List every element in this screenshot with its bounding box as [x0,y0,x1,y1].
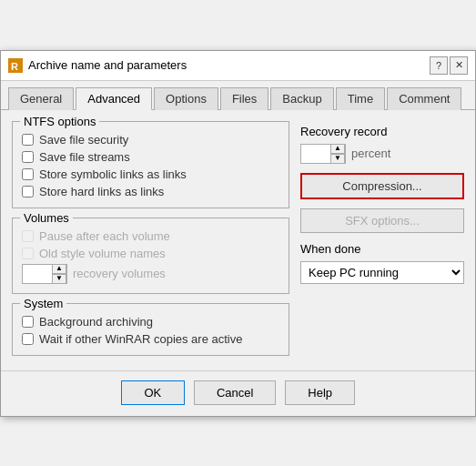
wait-winrar-label: Wait if other WinRAR copies are active [39,332,242,346]
tab-time[interactable]: Time [336,87,385,110]
ntfs-group-title: NTFS options [20,115,99,128]
title-bar-controls: ? ✕ [430,56,468,75]
background-archiving-label: Background archiving [39,315,153,329]
tab-options[interactable]: Options [154,87,218,110]
recovery-spinner-up[interactable]: ▲ [330,144,345,154]
ok-button[interactable]: OK [121,380,185,405]
save-file-security-label: Save file security [39,133,128,147]
when-done-select[interactable]: Keep PC running Sleep Hibernate Shutdown [300,261,464,284]
volumes-group-title: Volumes [20,211,73,225]
cancel-button[interactable]: Cancel [194,380,276,405]
pause-after-volume-label: Pause after each volume [39,229,170,243]
store-symlinks-row: Store symbolic links as links [22,167,279,181]
right-panel: Recovery record 3 ▲ ▼ percent Compressio… [300,121,464,356]
store-hardlinks-label: Store hard links as links [39,185,164,198]
background-archiving-checkbox[interactable] [22,316,34,328]
tab-backup[interactable]: Backup [270,87,333,110]
when-done-section: When done Keep PC running Sleep Hibernat… [300,242,464,284]
volumes-content: Pause after each volume Old style volume… [22,229,279,284]
pause-after-volume-checkbox[interactable] [22,230,34,242]
left-panel: NTFS options Save file security Save fil… [12,121,289,356]
spinner-down[interactable]: ▼ [52,274,66,284]
ntfs-group: NTFS options Save file security Save fil… [12,121,289,208]
sfx-options-button[interactable]: SFX options... [300,208,464,233]
store-hardlinks-row: Store hard links as links [22,185,279,198]
store-symlinks-label: Store symbolic links as links [39,167,187,181]
help-button[interactable]: ? [430,56,448,75]
recovery-volumes-label: recovery volumes [73,267,166,280]
save-file-security-checkbox[interactable] [22,134,34,146]
compression-button[interactable]: Compression... [300,173,464,199]
system-group: System Background archiving Wait if othe… [12,303,289,356]
recovery-volumes-input[interactable]: 0 [23,265,52,283]
close-button[interactable]: ✕ [450,56,468,75]
recovery-record-section: Recovery record 3 ▲ ▼ percent [300,125,464,164]
tab-files[interactable]: Files [220,87,268,110]
svg-text:R: R [11,61,18,72]
dialog-window: R Archive name and parameters ? ✕ Genera… [0,50,476,417]
old-style-names-checkbox[interactable] [22,248,34,259]
spinner-up[interactable]: ▲ [52,264,66,274]
wait-winrar-row: Wait if other WinRAR copies are active [22,332,279,346]
system-content: Background archiving Wait if other WinRA… [22,315,279,346]
tab-comment[interactable]: Comment [387,87,461,110]
store-symlinks-checkbox[interactable] [22,168,34,180]
dialog-buttons: OK Cancel Help [1,370,475,416]
recovery-record-spinner: 3 ▲ ▼ [300,144,346,164]
recovery-record-label: Recovery record [300,125,464,138]
volumes-group: Volumes Pause after each volume Old styl… [12,218,289,294]
save-file-streams-row: Save file streams [22,150,279,164]
save-file-security-row: Save file security [22,133,279,147]
recovery-volumes-row: 0 ▲ ▼ recovery volumes [22,264,279,284]
recovery-record-row: 3 ▲ ▼ percent [300,144,464,164]
save-file-streams-label: Save file streams [39,150,130,164]
recovery-record-unit: percent [351,147,390,160]
save-file-streams-checkbox[interactable] [22,151,34,163]
recovery-spinner-buttons: ▲ ▼ [330,144,345,164]
ntfs-checkboxes: Save file security Save file streams Sto… [22,133,279,198]
title-bar: R Archive name and parameters ? ✕ [1,51,475,81]
recovery-record-input[interactable]: 3 [301,145,330,163]
old-style-names-row: Old style volume names [22,247,279,260]
recovery-spinner-down[interactable]: ▼ [330,154,345,164]
app-icon: R [8,58,23,73]
background-archiving-row: Background archiving [22,315,279,329]
help-dialog-button[interactable]: Help [285,380,355,405]
pause-after-volume-row: Pause after each volume [22,229,279,243]
tab-content: NTFS options Save file security Save fil… [1,110,475,367]
spinner-buttons: ▲ ▼ [52,264,66,284]
tab-bar: General Advanced Options Files Backup Ti… [1,81,475,110]
recovery-volumes-spinner: 0 ▲ ▼ [22,264,67,284]
when-done-label: When done [300,242,464,256]
tab-general[interactable]: General [8,87,74,110]
system-group-title: System [20,297,66,310]
tab-advanced[interactable]: Advanced [76,87,152,110]
store-hardlinks-checkbox[interactable] [22,186,34,198]
wait-winrar-checkbox[interactable] [22,333,34,345]
old-style-names-label: Old style volume names [39,247,166,260]
dialog-title: Archive name and parameters [28,58,424,72]
